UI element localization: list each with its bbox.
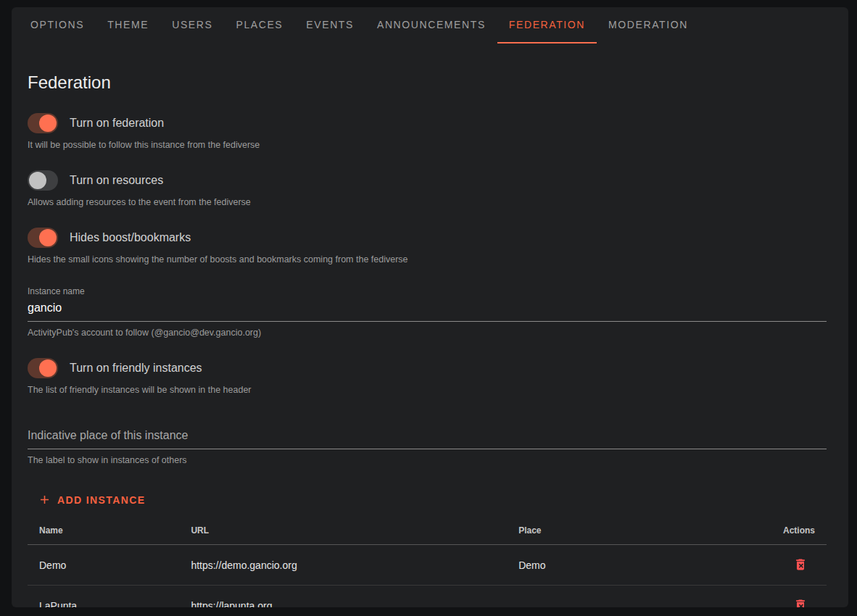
- page-title: Federation: [28, 72, 827, 93]
- toggle-label: Turn on resources: [70, 174, 163, 187]
- instance-name-block: Instance name ActivityPub's account to f…: [28, 286, 827, 338]
- instance-place-block: The label to show in instances of others: [28, 427, 827, 465]
- column-header-place: Place: [507, 518, 763, 545]
- toggle-label: Hides boost/bookmarks: [70, 231, 191, 244]
- turn-on-federation-toggle[interactable]: [28, 113, 58, 133]
- tab-moderation[interactable]: MODERATION: [597, 7, 700, 43]
- toggle-label: Turn on friendly instances: [70, 362, 202, 375]
- instance-place-cell: Demo: [507, 545, 763, 586]
- toggle-thumb: [39, 359, 57, 377]
- instance-place-input[interactable]: [28, 427, 827, 449]
- boost-toggle-block: Hides boost/bookmarks Hides the small ic…: [28, 228, 827, 265]
- hides-boost-bookmarks-toggle[interactable]: [28, 228, 58, 248]
- instance-name-input[interactable]: [28, 299, 827, 322]
- admin-tab-bar: OPTIONS THEME USERS PLACES EVENTS ANNOUN…: [12, 7, 848, 43]
- tab-options[interactable]: OPTIONS: [19, 7, 96, 43]
- turn-on-friendly-instances-toggle[interactable]: [28, 358, 58, 378]
- trash-icon: [793, 557, 808, 572]
- tab-places[interactable]: PLACES: [224, 7, 294, 43]
- column-header-url: URL: [179, 518, 507, 545]
- toggle-thumb: [39, 115, 57, 132]
- instance-url-cell: https://demo.gancio.org: [179, 545, 507, 586]
- instance-name-cell: Demo: [28, 545, 179, 586]
- admin-panel-card: OPTIONS THEME USERS PLACES EVENTS ANNOUN…: [12, 7, 848, 607]
- instance-place-cell: [507, 586, 763, 608]
- tab-users[interactable]: USERS: [160, 7, 224, 43]
- tab-events[interactable]: EVENTS: [294, 7, 365, 43]
- delete-instance-button[interactable]: [792, 596, 809, 607]
- federation-settings-panel: Federation Turn on federation It will be…: [12, 43, 848, 607]
- resources-toggle-block: Turn on resources Allows adding resource…: [28, 170, 827, 207]
- trusted-instances-table: Name URL Place Actions Demo https://demo…: [28, 518, 827, 607]
- tab-announcements[interactable]: ANNOUNCEMENTS: [365, 7, 497, 43]
- add-instance-label: ADD INSTANCE: [57, 494, 146, 506]
- delete-instance-button[interactable]: [792, 556, 809, 573]
- instance-name-hint: ActivityPub's account to follow (@gancio…: [28, 328, 827, 338]
- toggle-thumb: [29, 172, 46, 189]
- column-header-actions: Actions: [763, 518, 827, 545]
- instance-url-cell: https://lapunta.org: [179, 586, 507, 608]
- toggle-hint: It will be possible to follow this insta…: [28, 140, 827, 150]
- federation-toggle-block: Turn on federation It will be possible t…: [28, 113, 827, 150]
- instance-name-label: Instance name: [28, 286, 827, 296]
- table-row: Demo https://demo.gancio.org Demo: [28, 545, 827, 586]
- trash-icon: [793, 598, 808, 607]
- plus-icon: [38, 493, 51, 507]
- friendly-toggle-block: Turn on friendly instances The list of f…: [28, 358, 827, 395]
- column-header-name: Name: [28, 518, 179, 545]
- tab-theme[interactable]: THEME: [96, 7, 160, 43]
- toggle-hint: The list of friendly instances will be s…: [28, 385, 827, 395]
- instance-name-cell: LaPunta: [28, 586, 179, 608]
- toggle-thumb: [39, 229, 57, 246]
- add-instance-button[interactable]: ADD INSTANCE: [30, 488, 153, 511]
- toggle-hint: Hides the small icons showing the number…: [28, 254, 827, 265]
- turn-on-resources-toggle[interactable]: [28, 170, 58, 191]
- instance-place-hint: The label to show in instances of others: [28, 455, 827, 465]
- tab-federation[interactable]: FEDERATION: [497, 7, 597, 43]
- toggle-label: Turn on federation: [70, 117, 164, 130]
- table-row: LaPunta https://lapunta.org: [28, 586, 827, 608]
- toggle-hint: Allows adding resources to the event fro…: [28, 197, 827, 207]
